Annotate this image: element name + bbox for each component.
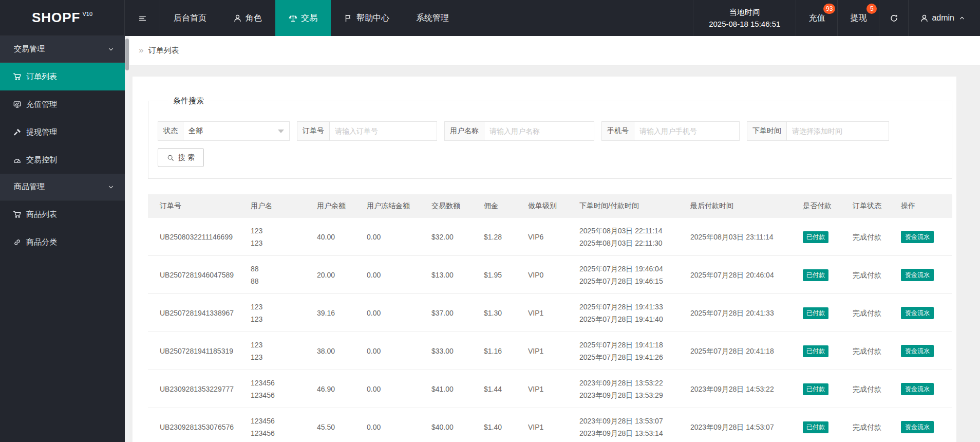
board-icon (13, 100, 22, 109)
sidebar-item-label: 充值管理 (26, 100, 57, 109)
hamburger-icon (138, 14, 147, 23)
order-time-line: 2025年07月28日 19:41:33 (579, 301, 686, 313)
commission-cell: $1.40 (484, 421, 528, 433)
sidebar-item-recharge[interactable]: 充值管理 (0, 90, 125, 118)
phone-label: 手机号 (601, 121, 634, 141)
search-button[interactable]: 搜 索 (158, 148, 204, 167)
amount-cell: $13.00 (431, 269, 484, 281)
column-header: 用户冻结金额 (367, 201, 431, 211)
scrollbar-track[interactable] (125, 36, 129, 442)
order-time-line: 2023年09月28日 13:53:07 (579, 415, 686, 427)
app-root: SHOPF V10 后台首页 角色 交易 (0, 0, 980, 442)
order-no-cell: UB2507281941185319 (148, 345, 251, 357)
order-no-label: 订单号 (297, 121, 330, 141)
sidebar-item-trade-control[interactable]: 交易控制 (0, 146, 125, 174)
status-select[interactable]: 全部 (183, 121, 290, 141)
nav-item-label: 帮助中心 (356, 13, 389, 24)
chevron-up-icon (958, 14, 966, 22)
withdraw-badge: 5 (866, 4, 877, 14)
frozen-cell: 0.00 (367, 307, 431, 319)
sidebar-group-trade[interactable]: 交易管理 (0, 36, 125, 63)
table-header: 订单号 用户名 用户余额 用户冻结金额 交易数额 佣金 做单级别 下单时间/付款… (148, 194, 952, 218)
order-pay-time-cell: 2025年08月03日 22:11:14 2025年08月03日 22:11:3… (579, 225, 690, 249)
recharge-button[interactable]: 充值 93 (796, 0, 838, 36)
sidebar-item-label: 商品分类 (26, 237, 57, 247)
nav-item-system[interactable]: 系统管理 (403, 0, 462, 36)
withdraw-button[interactable]: 提现 5 (838, 0, 879, 36)
nav-item-label: 角色 (246, 13, 262, 24)
app-logo[interactable]: SHOPF V10 (0, 0, 125, 36)
order-time-line: 2025年07月28日 19:41:18 (579, 339, 686, 351)
page-title: 订单列表 (148, 46, 179, 56)
nav-item-label: 系统管理 (416, 13, 449, 24)
navbar-right: 当地时间 2025-08-18 15:46:51 充值 93 提现 5 ad (693, 0, 980, 36)
username-input[interactable] (484, 121, 594, 141)
link-icon (13, 238, 22, 247)
balance-cell: 20.00 (317, 269, 367, 281)
username-cell: 123 123 (251, 339, 317, 363)
commission-cell: $1.44 (484, 383, 528, 395)
username-line: 123456 (251, 427, 313, 439)
sidebar-item-withdraw[interactable]: 提现管理 (0, 118, 125, 146)
funds-flow-button[interactable]: 资金流水 (901, 421, 934, 433)
paid-cell: 已付款 (803, 268, 853, 281)
column-header: 用户余额 (317, 201, 367, 211)
phone-input[interactable] (634, 121, 740, 141)
funds-flow-button[interactable]: 资金流水 (901, 269, 934, 281)
sidebar-item-goods-category[interactable]: 商品分类 (0, 228, 125, 256)
order-time-input[interactable] (786, 121, 889, 141)
table-row: UB2507281941338967 123 123 39.16 0.00 $3… (148, 294, 952, 332)
paid-cell: 已付款 (803, 230, 853, 243)
refresh-button[interactable] (879, 0, 909, 36)
funds-flow-button[interactable]: 资金流水 (901, 345, 934, 357)
pay-time-line: 2025年07月28日 19:41:26 (579, 351, 686, 363)
commission-cell: $1.95 (484, 269, 528, 281)
recharge-badge: 93 (823, 4, 835, 14)
order-no-cell: UB2508032211146699 (148, 231, 251, 243)
sidebar-toggle-button[interactable] (125, 0, 160, 36)
order-pay-time-cell: 2023年09月28日 13:53:07 2023年09月28日 13:53:1… (579, 415, 690, 439)
last-pay-time-cell: 2025年08月03日 23:11:14 (690, 231, 803, 243)
column-header: 下单时间/付款时间 (579, 201, 690, 211)
orders-table: 订单号 用户名 用户余额 用户冻结金额 交易数额 佣金 做单级别 下单时间/付款… (148, 194, 952, 442)
nav-item-trade[interactable]: 交易 (275, 0, 331, 36)
status-select-value: 全部 (189, 126, 203, 136)
main-area: » 订单列表 条件搜索 状态 全部 (129, 36, 980, 442)
table-row: UB2507281941185319 123 123 38.00 0.00 $3… (148, 332, 952, 370)
recharge-label: 充值 (808, 13, 825, 24)
funds-flow-button[interactable]: 资金流水 (901, 307, 934, 319)
person-icon (920, 14, 929, 23)
amount-cell: $40.00 (431, 421, 484, 433)
funds-flow-button[interactable]: 资金流水 (901, 231, 934, 243)
nav-item-dashboard[interactable]: 后台首页 (160, 0, 220, 36)
cart-icon (13, 210, 22, 219)
balance-cell: 38.00 (317, 345, 367, 357)
username-label: 用户名称 (444, 121, 484, 141)
action-cell: 资金流水 (901, 344, 952, 357)
nav-item-help[interactable]: 帮助中心 (331, 0, 403, 36)
order-no-input[interactable] (329, 121, 437, 141)
sidebar-item-goods-list[interactable]: 商品列表 (0, 200, 125, 228)
admin-menu[interactable]: admin (909, 0, 980, 36)
order-no-cell: UB2507281941338967 (148, 307, 251, 319)
nav-item-roles[interactable]: 角色 (220, 0, 275, 36)
order-time-line: 2023年09月28日 13:53:22 (579, 377, 686, 389)
content-area: 条件搜索 状态 全部 订单号 (129, 65, 980, 442)
breadcrumb: » 订单列表 (129, 36, 980, 65)
sidebar-item-order-list[interactable]: 订单列表 (0, 63, 125, 90)
sidebar-group-goods[interactable]: 商品管理 (0, 174, 125, 200)
amount-cell: $32.00 (431, 231, 484, 243)
page-layout: 交易管理 订单列表 充值管理 提现管 (0, 36, 980, 442)
last-pay-time-cell: 2023年09月28日 14:53:07 (690, 421, 803, 433)
sidebar-item-label: 交易控制 (26, 155, 57, 165)
nav-item-label: 后台首页 (174, 13, 206, 24)
last-pay-time-cell: 2023年09月28日 14:53:22 (690, 383, 803, 395)
username-line: 123 (251, 339, 313, 351)
username-cell: 123456 123456 (251, 415, 317, 439)
admin-username: admin (932, 13, 954, 23)
amount-cell: $37.00 (431, 307, 484, 319)
chevron-down-icon (107, 46, 115, 53)
table-row: UB2507281946047589 88 88 20.00 0.00 $13.… (148, 256, 952, 294)
funds-flow-button[interactable]: 资金流水 (901, 383, 934, 395)
scrollbar-thumb[interactable] (125, 39, 129, 70)
